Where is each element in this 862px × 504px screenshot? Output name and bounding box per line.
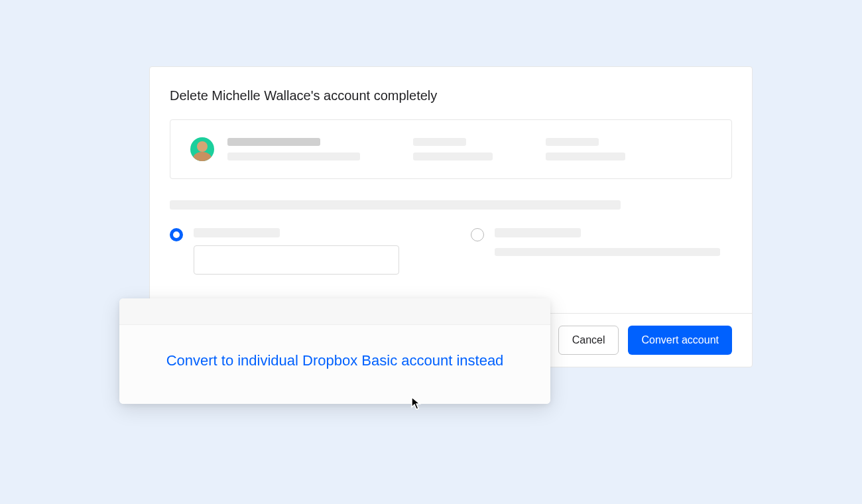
transfer-owner-select[interactable] bbox=[194, 245, 399, 275]
convert-to-basic-link[interactable]: Convert to individual Dropbox Basic acco… bbox=[146, 349, 524, 372]
popup-body: Convert to individual Dropbox Basic acco… bbox=[119, 325, 550, 404]
option-description-placeholder bbox=[495, 248, 720, 256]
option-suspend[interactable] bbox=[471, 228, 732, 275]
option-label-placeholder bbox=[495, 228, 581, 237]
option-delete[interactable] bbox=[170, 228, 431, 275]
placeholder-text bbox=[546, 138, 599, 146]
user-stat-column bbox=[546, 138, 625, 160]
cancel-button[interactable]: Cancel bbox=[558, 326, 619, 355]
user-stat-column bbox=[413, 138, 493, 160]
convert-account-button[interactable]: Convert account bbox=[628, 326, 732, 355]
placeholder-text bbox=[227, 153, 360, 160]
user-name-column bbox=[227, 138, 360, 160]
convert-popup: Convert to individual Dropbox Basic acco… bbox=[119, 298, 550, 404]
description-placeholder bbox=[170, 200, 621, 210]
popup-header bbox=[119, 298, 550, 325]
placeholder-text bbox=[413, 138, 466, 146]
radio-unselected[interactable] bbox=[471, 228, 484, 241]
placeholder-text bbox=[413, 153, 493, 160]
option-label-placeholder bbox=[194, 228, 280, 237]
placeholder-text bbox=[227, 138, 320, 146]
user-info-card bbox=[170, 119, 732, 179]
user-info-columns bbox=[227, 138, 711, 160]
options-row bbox=[170, 228, 732, 275]
dialog-title: Delete Michelle Wallace's account comple… bbox=[150, 67, 752, 119]
placeholder-text bbox=[546, 153, 625, 160]
user-avatar bbox=[190, 137, 214, 161]
radio-selected[interactable] bbox=[170, 228, 183, 241]
